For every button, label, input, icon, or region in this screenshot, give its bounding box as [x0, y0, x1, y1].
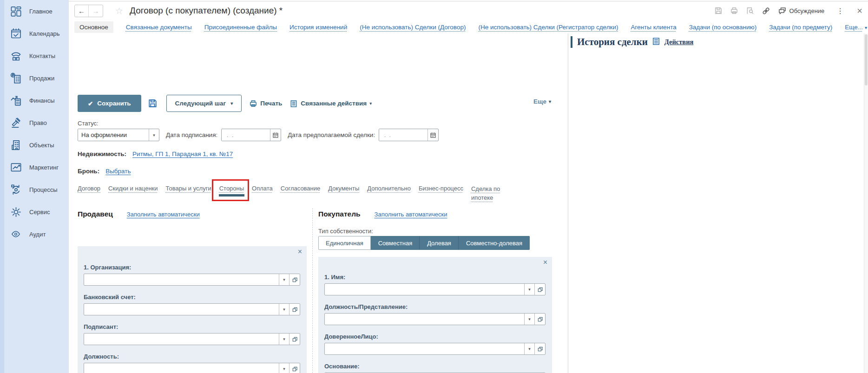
buyer-name-input[interactable] [325, 284, 524, 295]
seller-bank-account-input[interactable] [84, 304, 279, 315]
column-splitter[interactable] [312, 208, 313, 373]
open-button[interactable] [534, 314, 545, 325]
forward-button[interactable]: → [89, 5, 103, 17]
section-tab-payment[interactable]: Оплата [252, 185, 273, 192]
open-button[interactable] [534, 284, 545, 295]
deal-history-actions-link[interactable]: Действия [664, 38, 694, 46]
quick-save-icon-button[interactable] [148, 98, 159, 109]
sidebar-item-contacts[interactable]: Контакты [4, 45, 69, 67]
more-menu-icon[interactable]: ⋮ [836, 7, 844, 15]
chevron-down-icon: ▾ [369, 101, 372, 106]
close-icon[interactable]: × [298, 248, 302, 255]
tab-tasks-by-basis[interactable]: Задачи (по основанию) [689, 24, 757, 31]
next-step-button[interactable]: Следующий шаг ▾ [166, 95, 242, 112]
section-tab-goods-services[interactable]: Товары и услуги [166, 185, 211, 192]
sidebar-item-sales[interactable]: Продажи [4, 67, 69, 89]
related-actions-button[interactable]: Связанные действия ▾ [289, 99, 372, 108]
open-button[interactable] [289, 274, 300, 285]
section-tab-mortgage-deal[interactable]: Сделка по ипотеке [471, 185, 505, 203]
sidebar-item-finance[interactable]: Финансы [4, 89, 69, 111]
open-button[interactable] [289, 304, 300, 315]
deal-history-header: История сделки Действия [571, 36, 693, 48]
print-button[interactable]: Печать [249, 99, 282, 108]
seller-title: Продавец [78, 210, 113, 218]
sidebar-item-service[interactable]: Сервис [4, 201, 69, 223]
buyer-autofill-link[interactable]: Заполнить автоматически [375, 211, 447, 218]
open-button[interactable] [534, 343, 545, 354]
booking-label: Бронь: [78, 168, 99, 175]
expected-date-input[interactable] [379, 129, 427, 141]
buyer-trustee-input[interactable] [325, 343, 524, 354]
tab-more[interactable]: Еще...▾ [845, 24, 867, 31]
tab-deals-registrar[interactable]: (Не использовать) Сделки (Регистратор сд… [478, 24, 618, 31]
tab-related-documents[interactable]: Связанные документы [126, 24, 192, 31]
status-input[interactable] [78, 129, 149, 141]
sidebar-item-law[interactable]: Право [4, 111, 69, 134]
section-tab-discounts[interactable]: Скидки и наценки [108, 185, 158, 192]
field-label: Банковский счет: [84, 294, 300, 301]
section-tab-parties[interactable]: Стороны [219, 185, 244, 192]
expected-date-label: Дата предполагаемой сделки: [288, 131, 375, 138]
tab-deals-contract[interactable]: (Не использовать) Сделки (Договор) [360, 24, 466, 31]
save-button[interactable]: ✔ Сохранить [78, 95, 141, 112]
save-icon[interactable] [714, 7, 723, 15]
favorite-star-icon[interactable]: ☆ [115, 6, 123, 16]
ownership-option-sole[interactable]: Единоличная [318, 236, 371, 250]
booking-select-link[interactable]: Выбрать [105, 168, 131, 175]
calendar-icon[interactable] [427, 129, 438, 141]
status-dropdown-button[interactable]: ▾ [149, 129, 159, 141]
dropdown-button[interactable]: ▾ [524, 314, 534, 325]
back-button[interactable]: ← [75, 5, 89, 17]
seller-organization-input[interactable] [84, 274, 279, 285]
dropdown-button[interactable]: ▾ [279, 334, 289, 345]
sidebar-item-processes[interactable]: Процессы [4, 178, 69, 201]
scrollbar-thumb[interactable] [865, 34, 868, 85]
tab-attached-files[interactable]: Присоединенные файлы [204, 24, 277, 31]
realty-link[interactable]: Ритмы, ГП 1, Парадная 1, кв. №17 [132, 151, 233, 157]
section-tab-business-process[interactable]: Бизнес-процесс [419, 185, 463, 192]
dropdown-button[interactable]: ▾ [279, 304, 289, 315]
ownership-option-joint[interactable]: Совместная [371, 236, 420, 250]
sidebar-item-marketing[interactable]: Маркетинг [4, 156, 69, 178]
section-tab-contract[interactable]: Договор [78, 185, 100, 192]
section-tab-additional[interactable]: Дополнительно [367, 185, 411, 192]
tab-change-history[interactable]: История изменений [289, 24, 347, 31]
close-icon[interactable]: × [857, 6, 862, 16]
sidebar-item-main[interactable]: Главное [4, 0, 69, 22]
document-lines-icon[interactable] [652, 37, 660, 47]
print-icon[interactable] [730, 7, 738, 15]
open-button[interactable] [289, 363, 300, 373]
building-icon [9, 138, 23, 152]
dropdown-button[interactable]: ▾ [279, 363, 289, 373]
dropdown-button[interactable]: ▾ [524, 284, 534, 295]
sidebar-item-objects[interactable]: Объекты [4, 134, 69, 156]
preview-search-icon[interactable] [746, 7, 754, 15]
seller-organization-field: 1. Организация: ▾ [84, 264, 300, 286]
seller-autofill-link[interactable]: Заполнить автоматически [127, 211, 200, 218]
discussion-button[interactable]: Обсуждение [778, 7, 825, 15]
realty-row: Недвижимость: Ритмы, ГП 1, Парадная 1, к… [78, 151, 233, 157]
tab-tasks-by-subject[interactable]: Задачи (по предмету) [769, 24, 832, 31]
sidebar-item-label: Маркетинг [29, 164, 59, 171]
section-tab-documents[interactable]: Документы [328, 185, 359, 192]
sidebar-item-calendar[interactable]: Календарь [4, 22, 69, 45]
toolbar-more-button[interactable]: Еще ▾ [533, 98, 551, 105]
seller-signatory-input[interactable] [84, 334, 279, 345]
tab-main[interactable]: Основное [74, 21, 113, 33]
dropdown-button[interactable]: ▾ [524, 343, 534, 354]
finance-icon [9, 93, 23, 107]
vertical-scrollbar[interactable] [864, 33, 868, 373]
buyer-position-input[interactable] [325, 314, 524, 325]
ownership-option-joint-shared[interactable]: Совместно-долевая [459, 236, 530, 250]
tab-client-agents[interactable]: Агенты клиента [631, 24, 676, 31]
sidebar-item-audit[interactable]: Аудит [4, 223, 69, 245]
link-icon[interactable] [762, 7, 770, 15]
ownership-option-shared[interactable]: Долевая [420, 236, 459, 250]
section-tab-approval[interactable]: Согласование [281, 185, 320, 192]
seller-position-input[interactable] [84, 363, 279, 373]
signing-date-input[interactable] [222, 129, 270, 141]
open-button[interactable] [289, 334, 300, 345]
close-icon[interactable]: × [543, 259, 547, 266]
dropdown-button[interactable]: ▾ [279, 274, 289, 285]
calendar-icon[interactable] [270, 129, 281, 141]
